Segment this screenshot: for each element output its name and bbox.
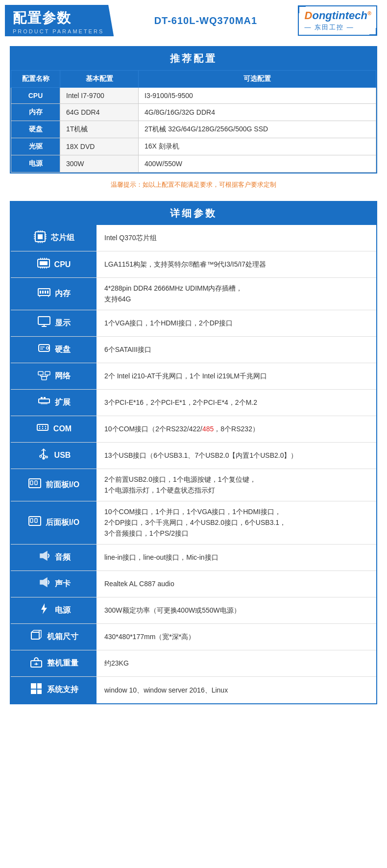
- detail-section: 详细参数 芯片组 Intel Q370芯片组 CPU LGA1151构架，支持英…: [10, 201, 377, 704]
- svg-rect-47: [44, 397, 46, 399]
- svg-point-59: [40, 455, 42, 457]
- svg-point-53: [39, 428, 40, 429]
- svg-rect-49: [37, 424, 48, 430]
- detail-label-CPU: CPU: [11, 251, 97, 277]
- detail-icon-网络: [37, 368, 51, 384]
- detail-label-text: 芯片组: [51, 233, 74, 243]
- col-header-optional: 可选配置: [139, 71, 376, 88]
- detail-value-机箱尺寸: 430*480*177mm（宽*深*高）: [97, 624, 376, 650]
- svg-point-35: [46, 347, 48, 349]
- detail-value-电源: 300W额定功率（可更换400W或550W电源）: [97, 597, 376, 623]
- header: 配置参数 PRODUCT PARAMETERS DT-610L-WQ370MA1…: [0, 0, 387, 41]
- detail-icon-后面板I/O: [28, 514, 42, 531]
- svg-marker-70: [41, 603, 47, 614]
- detail-icon-整机重量: [29, 655, 43, 671]
- detail-value-音频: line-in接口，line-out接口，Mic-in接口: [97, 545, 376, 570]
- detail-label-text: 扩展: [55, 397, 71, 408]
- svg-point-51: [42, 426, 43, 427]
- svg-rect-27: [45, 291, 46, 294]
- detail-label-COM: COM: [11, 416, 97, 442]
- detail-row: 后面板I/O 10个COM接口，1个并口，1个VGA接口，1个HDMI接口，2个…: [11, 501, 376, 545]
- detail-label-音频: 音频: [11, 545, 97, 570]
- detail-icon-内存: [37, 285, 51, 302]
- detail-value-显示: 1个VGA接口，1个HDMI接口，2个DP接口: [97, 310, 376, 336]
- detail-row: 内存 4*288pin DDR4 2666MHz UDIMM内存插槽，支持64G: [11, 278, 376, 310]
- detail-label-系统支持: 系统支持: [11, 677, 97, 703]
- rec-row-name: 光驱: [11, 138, 60, 155]
- detail-row: CPU LGA1151构架，支持英特尔®酷睿™9代I3/I5/I7处理器: [11, 251, 376, 278]
- detail-value-扩展: 3个PCI-E*16，2个PCI-E*1，2个PCI-E*4，2个M.2: [97, 390, 376, 416]
- rec-row-optional: 4G/8G/16G/32G DDR4: [139, 104, 376, 121]
- svg-rect-66: [30, 519, 33, 522]
- svg-rect-31: [38, 317, 50, 324]
- page-sub-title: PRODUCT PARAMETERS: [13, 28, 104, 34]
- detail-label-text: USB: [54, 451, 71, 460]
- detail-row: 网络 2个 Intel i210-AT千兆网口，1个 Intel i219LM千…: [11, 363, 376, 390]
- detail-icon-扩展: [37, 394, 51, 411]
- detail-icon-显示: [37, 315, 51, 331]
- detail-title: 详细参数: [11, 202, 376, 225]
- detail-row: 系统支持 window 10、window server 2016、Linux: [11, 677, 376, 703]
- detail-icon-硬盘: [37, 341, 51, 358]
- rec-row-name: 硬盘: [11, 121, 60, 138]
- detail-label-text: 系统支持: [47, 685, 78, 695]
- rec-row-basic: 64G DDR4: [60, 104, 139, 121]
- detail-row: 整机重量 约23KG: [11, 650, 376, 677]
- detail-label-整机重量: 整机重量: [11, 650, 97, 676]
- detail-label-声卡: 声卡: [11, 571, 97, 597]
- detail-label-扩展: 扩展: [11, 390, 97, 416]
- detail-icon-电源: [37, 602, 51, 619]
- svg-rect-46: [41, 397, 43, 399]
- detail-row: 声卡 Realtek AL C887 audio: [11, 571, 376, 597]
- detail-icon-机箱尺寸: [29, 628, 43, 645]
- table-row: 内存 64G DDR4 4G/8G/16G/32G DDR4: [11, 104, 376, 121]
- detail-row: USB 13个USB接口（6个USB3.1、7个USB2.0【内置1个USB2.…: [11, 443, 376, 469]
- rec-row-basic: 300W: [60, 155, 139, 173]
- svg-rect-79: [31, 690, 36, 694]
- detail-row: 机箱尺寸 430*480*177mm（宽*深*高）: [11, 624, 376, 650]
- detail-label-网络: 网络: [11, 363, 97, 389]
- detail-label-text: 硬盘: [55, 345, 71, 355]
- detail-label-text: 机箱尺寸: [47, 632, 78, 642]
- detail-label-显示: 显示: [11, 310, 97, 336]
- recommended-table: 配置名称 基本配置 可选配置 CPU Intel I7-9700 I3-9100…: [11, 70, 376, 173]
- detail-icon-COM: [36, 421, 49, 437]
- detail-row: 芯片组 Intel Q370芯片组: [11, 225, 376, 251]
- detail-value-后面板I/O: 10个COM接口，1个并口，1个VGA接口，1个HDMI接口，2个DP接口，3个…: [97, 501, 376, 544]
- svg-rect-78: [37, 683, 42, 689]
- svg-rect-39: [45, 372, 50, 375]
- detail-value-整机重量: 约23KG: [97, 650, 376, 676]
- recommended-section: 推荐配置 配置名称 基本配置 可选配置 CPU Intel I7-9700 I3…: [10, 46, 377, 174]
- rec-row-basic: Intel I7-9700: [60, 88, 139, 104]
- detail-value-COM: 10个COM接口（2个RS232/422/485，8个RS232）: [97, 416, 376, 442]
- detail-row: COM 10个COM接口（2个RS232/422/485，8个RS232）: [11, 416, 376, 443]
- svg-rect-1: [38, 234, 43, 239]
- svg-rect-38: [38, 372, 43, 375]
- svg-rect-45: [39, 399, 49, 403]
- detail-label-text: 显示: [55, 318, 71, 328]
- rec-row-optional: 16X 刻录机: [139, 138, 376, 155]
- rec-row-basic: 18X DVD: [60, 138, 139, 155]
- table-row: 硬盘 1T机械 2T机械 32G/64G/128G/256G/500G SSD: [11, 121, 376, 138]
- detail-icon-USB: [37, 447, 50, 464]
- detail-label-text: 声卡: [55, 579, 71, 589]
- table-row: 光驱 18X DVD 16X 刻录机: [11, 138, 376, 155]
- detail-row: 音频 line-in接口，line-out接口，Mic-in接口: [11, 545, 376, 571]
- logo-area: Dongtintech® — 东田工控 —: [298, 5, 377, 36]
- rec-row-optional: 2T机械 32G/64G/128G/256G/500G SSD: [139, 121, 376, 138]
- detail-label-后面板I/O: 后面板I/O: [11, 501, 97, 544]
- detail-label-text: 内存: [55, 289, 71, 299]
- detail-icon-前面板I/O: [28, 476, 42, 493]
- logo-text: Dongtintech®: [305, 9, 371, 22]
- detail-icon-声卡: [37, 575, 51, 592]
- detail-value-前面板I/O: 2个前置USB2.0接口，1个电源按键，1个复位键，1个电源指示灯，1个硬盘状态…: [97, 469, 376, 501]
- detail-row: 显示 1个VGA接口，1个HDMI接口，2个DP接口: [11, 310, 376, 337]
- detail-icon-CPU: [37, 256, 50, 273]
- svg-rect-40: [42, 376, 47, 380]
- svg-rect-48: [41, 403, 48, 404]
- svg-rect-26: [42, 291, 44, 294]
- detail-label-机箱尺寸: 机箱尺寸: [11, 624, 97, 650]
- detail-label-text: 电源: [55, 605, 71, 616]
- detail-value-内存: 4*288pin DDR4 2666MHz UDIMM内存插槽，支持64G: [97, 278, 376, 310]
- detail-row: 电源 300W额定功率（可更换400W或550W电源）: [11, 597, 376, 624]
